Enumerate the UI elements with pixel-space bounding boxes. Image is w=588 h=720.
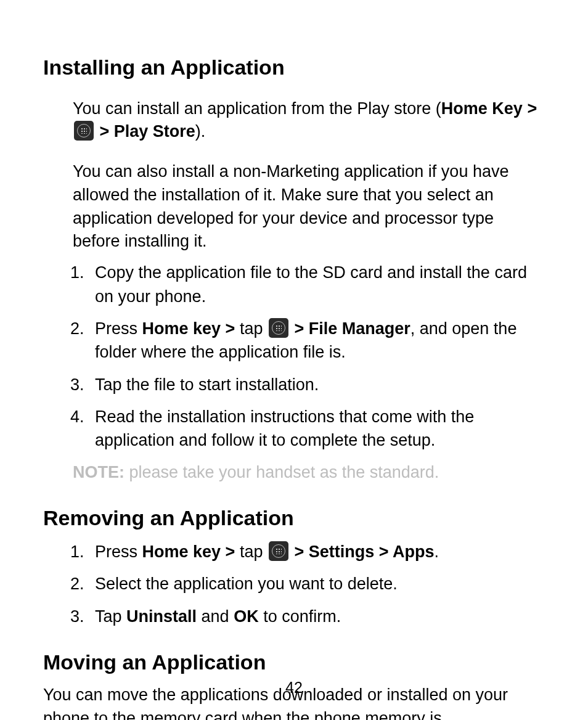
text: Tap <box>95 607 126 626</box>
page-number: 42 <box>0 679 588 697</box>
remove-steps-list: Press Home key > tap > Settings > Apps. … <box>43 540 545 628</box>
heading-installing: Installing an Application <box>43 54 545 81</box>
apps-grid-icon <box>74 121 94 141</box>
apps-grid-icon <box>269 318 288 338</box>
step-item: Select the application you want to delet… <box>89 572 545 595</box>
step-item: Tap Uninstall and OK to confirm. <box>89 605 545 628</box>
step-item: Read the installation instructions that … <box>89 405 545 452</box>
text: tap <box>240 319 267 338</box>
apps-grid-icon <box>269 541 288 561</box>
heading-removing: Removing an Application <box>43 505 545 531</box>
bold-text: Home key > <box>142 542 240 561</box>
bold-text: Uninstall <box>126 607 197 626</box>
bold-text: Home key > <box>142 319 240 338</box>
step-item: Tap the file to start installation. <box>89 373 545 396</box>
bold-text: OK <box>234 607 259 626</box>
text: to confirm. <box>259 607 341 626</box>
bold-text: Home Key > <box>441 99 537 118</box>
text: . <box>434 542 439 561</box>
bold-text: > File Manager <box>290 319 410 338</box>
text: tap <box>240 542 267 561</box>
intro-paragraph-2: You can also install a non-Marketing app… <box>73 160 545 253</box>
step-item: Press Home key > tap > File Manager, and… <box>89 317 545 364</box>
text: and <box>197 607 234 626</box>
heading-moving: Moving an Application <box>43 649 545 676</box>
text: Press <box>95 319 142 338</box>
note-text: please take your handset as the standard… <box>125 463 439 481</box>
bold-text: > Play Store <box>95 122 195 141</box>
step-item: Copy the application file to the SD card… <box>89 261 545 308</box>
bold-text: > Settings > Apps <box>290 542 435 561</box>
text: Press <box>95 542 142 561</box>
note-line: NOTE: please take your handset as the st… <box>73 461 545 485</box>
install-steps-list: Copy the application file to the SD card… <box>43 261 545 452</box>
note-label: NOTE: <box>73 463 125 481</box>
text: ). <box>195 122 206 141</box>
step-item: Press Home key > tap > Settings > Apps. <box>89 540 545 563</box>
document-page: Installing an Application You can instal… <box>0 0 588 720</box>
intro-paragraph-1: You can install an application from the … <box>73 97 545 144</box>
text: You can install an application from the … <box>73 99 441 118</box>
